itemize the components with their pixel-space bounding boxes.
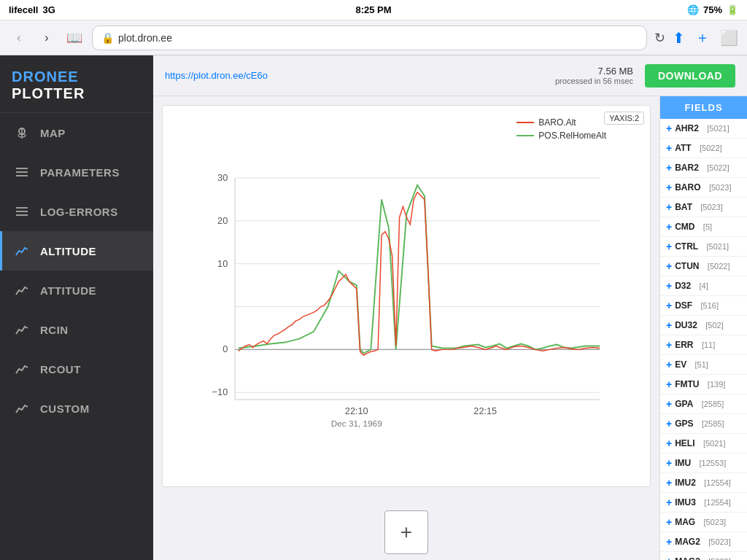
field-item-fmtu[interactable]: +FMTU [139] bbox=[660, 375, 747, 394]
legend-item-baro-alt: BARO.Alt bbox=[516, 117, 606, 128]
tabs-button[interactable]: ⬜ bbox=[720, 29, 738, 47]
map-icon bbox=[14, 125, 30, 141]
new-tab-button[interactable]: ＋ bbox=[695, 28, 710, 47]
time-display: 8:25 PM bbox=[355, 4, 391, 15]
field-plus-icon: + bbox=[666, 516, 672, 528]
field-item-ctun[interactable]: +CTUN [5022] bbox=[660, 257, 747, 276]
bookmark-button[interactable]: 📖 bbox=[64, 28, 85, 48]
battery-label: 75% bbox=[703, 4, 722, 15]
network-label: 3G bbox=[42, 4, 55, 15]
field-item-d32[interactable]: +D32 [4] bbox=[660, 276, 747, 296]
field-count-label: [12554] bbox=[704, 478, 731, 487]
url-hash: cE6o bbox=[246, 70, 268, 81]
field-item-cmd[interactable]: +CMD [5] bbox=[660, 217, 747, 237]
field-count-label: [12554] bbox=[704, 498, 731, 507]
field-count-label: [502] bbox=[705, 321, 723, 330]
url-base: https://plot.dron.ee/ bbox=[165, 70, 246, 81]
field-item-gps[interactable]: +GPS [2585] bbox=[660, 414, 747, 434]
sidebar-item-rcout[interactable]: RCOUT bbox=[0, 349, 153, 389]
lock-icon: 🔒 bbox=[101, 32, 114, 44]
file-size: 7.56 MB bbox=[555, 66, 633, 77]
chart-wrapper: YAXIS:2 BARO.Alt POS.RelHomeAlt bbox=[153, 96, 747, 560]
field-count-label: [5022] bbox=[708, 262, 730, 271]
field-name-label: BAR2 bbox=[675, 163, 699, 173]
sidebar-item-attitude[interactable]: ATTITUDE bbox=[0, 271, 153, 310]
sidebar-item-parameters[interactable]: PARAMETERS bbox=[0, 152, 153, 192]
field-item-ahr2[interactable]: +AHR2 [5021] bbox=[660, 119, 747, 139]
svg-text:0: 0 bbox=[222, 343, 228, 354]
field-item-mag2[interactable]: +MAG2 [5023] bbox=[660, 532, 747, 552]
sidebar-item-label-attitude: ATTITUDE bbox=[40, 284, 96, 297]
field-name-label: IMU3 bbox=[675, 497, 696, 508]
altitude-icon bbox=[14, 243, 30, 259]
field-item-mag3[interactable]: +MAG3 [5023] bbox=[660, 552, 747, 560]
sidebar-item-label-map: MAP bbox=[40, 127, 66, 139]
field-name-label: ERR bbox=[675, 340, 693, 350]
field-item-dsf[interactable]: +DSF [516] bbox=[660, 296, 747, 316]
forward-button[interactable]: › bbox=[36, 28, 57, 48]
svg-text:22:10: 22:10 bbox=[345, 405, 368, 416]
sidebar-item-map[interactable]: MAP bbox=[0, 113, 153, 152]
field-item-heli[interactable]: +HELI [5021] bbox=[660, 434, 747, 454]
battery-icon: 🔋 bbox=[727, 4, 738, 15]
field-name-label: ATT bbox=[675, 143, 691, 153]
field-name-label: GPS bbox=[675, 419, 693, 429]
refresh-button[interactable]: ↻ bbox=[654, 30, 665, 46]
field-plus-icon: + bbox=[666, 457, 672, 469]
back-button[interactable]: ‹ bbox=[9, 28, 29, 48]
field-plus-icon: + bbox=[666, 221, 672, 233]
field-item-imu2[interactable]: +IMU2 [12554] bbox=[660, 473, 747, 493]
url-display: https://plot.dron.ee/cE6o bbox=[165, 70, 268, 81]
download-button[interactable]: DOWNLOAD bbox=[645, 64, 735, 88]
add-chart-button[interactable]: + bbox=[384, 510, 428, 554]
url-bar[interactable]: 🔒 plot.dron.ee bbox=[92, 26, 647, 50]
sidebar-item-altitude[interactable]: ALTITUDE bbox=[0, 231, 153, 271]
field-name-label: CTRL bbox=[675, 241, 698, 252]
field-name-label: GPA bbox=[675, 399, 693, 409]
browser-bar: ‹ › 📖 🔒 plot.dron.ee ↻ ⬆ ＋ ⬜ bbox=[0, 20, 747, 55]
sidebar-item-rcin[interactable]: RCIN bbox=[0, 310, 153, 349]
field-item-gpa[interactable]: +GPA [2585] bbox=[660, 394, 747, 414]
field-name-label: IMU bbox=[675, 458, 691, 468]
custom-icon bbox=[14, 400, 30, 416]
field-item-imu3[interactable]: +IMU3 [12554] bbox=[660, 493, 747, 513]
field-plus-icon: + bbox=[666, 142, 672, 154]
field-name-label: DU32 bbox=[675, 320, 697, 330]
field-item-du32[interactable]: +DU32 [502] bbox=[660, 316, 747, 335]
field-name-label: FMTU bbox=[675, 379, 699, 389]
field-count-label: [12553] bbox=[700, 459, 727, 467]
field-item-ev[interactable]: +EV [51] bbox=[660, 355, 747, 375]
field-plus-icon: + bbox=[666, 162, 672, 174]
field-item-bar2[interactable]: +BAR2 [5022] bbox=[660, 158, 747, 178]
field-name-label: DSF bbox=[675, 300, 692, 311]
svg-text:20: 20 bbox=[217, 215, 228, 226]
field-item-bat[interactable]: +BAT [5023] bbox=[660, 198, 747, 217]
field-item-att[interactable]: +ATT [5022] bbox=[660, 139, 747, 158]
field-count-label: [5022] bbox=[707, 163, 729, 172]
sidebar-item-custom[interactable]: CUSTOM bbox=[0, 389, 153, 428]
field-plus-icon: + bbox=[666, 398, 672, 410]
field-plus-icon: + bbox=[666, 556, 672, 560]
field-item-mag[interactable]: +MAG [5023] bbox=[660, 513, 747, 532]
field-name-label: BAT bbox=[675, 202, 692, 212]
main-layout: DRONEE PLOTTER MAP PARAMETERS bbox=[0, 55, 747, 560]
field-count-label: [5023] bbox=[709, 183, 732, 192]
share-button[interactable]: ⬆ bbox=[673, 29, 685, 47]
field-item-ctrl[interactable]: +CTRL [5021] bbox=[660, 237, 747, 257]
field-plus-icon: + bbox=[666, 359, 672, 370]
sidebar-item-label-rcout: RCOUT bbox=[40, 363, 81, 376]
field-name-label: MAG2 bbox=[675, 537, 700, 547]
field-item-imu[interactable]: +IMU [12553] bbox=[660, 454, 747, 473]
sidebar-item-log-errors[interactable]: LOG-ERRORS bbox=[0, 192, 153, 231]
chart-svg: 30 20 10 0 −10 22:10 22:15 Dec 31, 1969 bbox=[163, 106, 650, 486]
field-item-err[interactable]: +ERR [11] bbox=[660, 335, 747, 355]
sidebar-item-label-log-errors: LOG-ERRORS bbox=[40, 206, 118, 218]
field-count-label: [11] bbox=[702, 341, 715, 349]
field-name-label: EV bbox=[675, 359, 686, 370]
field-count-label: [5023] bbox=[704, 518, 727, 526]
field-count-label: [5022] bbox=[700, 144, 722, 152]
field-item-baro[interactable]: +BARO [5023] bbox=[660, 178, 747, 198]
field-plus-icon: + bbox=[666, 260, 672, 272]
content-area: https://plot.dron.ee/cE6o 7.56 MB proces… bbox=[153, 55, 747, 560]
field-plus-icon: + bbox=[666, 536, 672, 548]
